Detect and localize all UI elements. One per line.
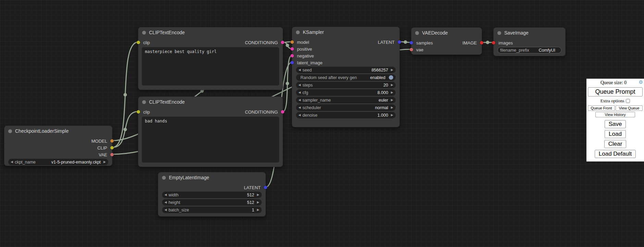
increment-arrow-icon[interactable]: ▶ [391,83,393,87]
latent-image-input-dot[interactable] [290,61,294,64]
node-titlebar[interactable]: EmptyLatentImage [158,172,265,183]
widget-value: ComfyUI [538,48,559,53]
node-titlebar[interactable]: KSampler [292,27,399,37]
decrement-arrow-icon[interactable]: ◀ [298,83,301,87]
scheduler-widget[interactable]: ◀ scheduler normal ▶ [296,104,396,111]
clip-input-dot[interactable] [137,41,140,44]
queue-front-button[interactable]: Queue Front [588,105,615,111]
steps-widget[interactable]: ◀ steps 20 ▶ [296,82,396,88]
vae-output-dot[interactable] [110,153,114,156]
node-clip-text-encode-positive[interactable]: CLIPTextEncode clip CONDITIONING masterp… [138,27,283,90]
node-titlebar[interactable]: SaveImage [494,28,565,38]
cfg-widget[interactable]: ◀ cfg 8.000 ▶ [296,89,396,96]
link-midpoint-dot [404,40,407,44]
images-input-dot[interactable] [492,41,495,44]
widget-value: 20 [383,83,389,88]
clip-output-dot[interactable] [110,146,114,150]
model-output-dot[interactable] [110,139,114,143]
samples-input-dot[interactable] [410,41,413,44]
denoise-widget[interactable]: ◀ denoise 1.000 ▶ [296,112,396,118]
output-slot-clip: CLIP [97,145,107,151]
seed-widget[interactable]: ◀ seed 8566257 ▶ [296,67,396,73]
node-collapse-dot-icon[interactable] [142,100,146,104]
image-output-dot[interactable] [480,41,483,44]
ckpt-name-widget[interactable]: ◀ ckpt_name v1-5-pruned-emaonly.ckpt ▶ [8,159,108,165]
batch-size-widget[interactable]: ◀ batch_size 1 ▶ [162,207,262,213]
decrement-arrow-icon[interactable]: ◀ [11,160,13,164]
random-seed-toggle-widget[interactable]: Random seed after every gen enabled [296,74,396,81]
link-clip-to-negative-encode [112,112,138,147]
latent-output-dot[interactable] [264,186,267,189]
node-collapse-dot-icon[interactable] [8,129,12,133]
node-collapse-dot-icon[interactable] [296,30,300,34]
node-titlebar[interactable]: CheckpointLoaderSimple [4,126,112,136]
view-queue-button[interactable]: View Queue [616,105,643,111]
decrement-arrow-icon[interactable]: ◀ [298,99,301,102]
node-titlebar[interactable]: CLIPTextEncode [138,97,283,107]
node-title: CheckpointLoaderSimple [15,128,69,134]
widget-value: 8.000 [377,90,389,95]
node-checkpoint-loader[interactable]: CheckpointLoaderSimple MODEL CLIP VAE [4,126,112,166]
node-titlebar[interactable]: VAEDecode [411,28,482,38]
toggle-knob-icon[interactable] [389,75,393,80]
vae-input-dot[interactable] [410,48,413,51]
node-ksampler[interactable]: KSampler model LATENT positive [292,27,400,127]
node-collapse-dot-icon[interactable] [497,31,501,35]
queue-prompt-button[interactable]: Queue Prompt [588,87,643,96]
node-collapse-dot-icon[interactable] [415,31,419,35]
decrement-arrow-icon[interactable]: ◀ [298,91,301,94]
output-slot-image: IMAGE [462,40,477,46]
increment-arrow-icon[interactable]: ▶ [257,201,259,204]
latent-output-dot[interactable] [398,40,401,44]
filename-prefix-widget[interactable]: filename_prefix ComfyUI [497,47,561,53]
decrement-arrow-icon[interactable]: ◀ [298,68,301,72]
widget-label: batch_size [169,208,189,212]
node-graph-canvas[interactable]: CheckpointLoaderSimple MODEL CLIP VAE [0,0,644,247]
node-collapse-dot-icon[interactable] [162,176,166,180]
prompt-textarea[interactable]: masterpiece best quality girl [142,47,279,86]
output-slot-latent: LATENT [244,185,261,190]
load-button[interactable]: Load [605,130,626,138]
input-slot-positive: positive [297,47,312,52]
clear-button[interactable]: Clear [604,140,627,148]
node-collapse-dot-icon[interactable] [142,31,146,35]
decrement-arrow-icon[interactable]: ◀ [164,208,167,211]
increment-arrow-icon[interactable]: ▶ [391,106,393,109]
positive-input-dot[interactable] [290,47,294,51]
extra-options-checkbox[interactable] [626,99,630,103]
model-input-dot[interactable] [290,40,294,44]
conditioning-output-dot[interactable] [281,110,284,114]
increment-arrow-icon[interactable]: ▶ [257,208,259,211]
input-slot-vae: vae [416,47,423,52]
increment-arrow-icon[interactable]: ▶ [103,160,106,164]
increment-arrow-icon[interactable]: ▶ [391,99,393,102]
node-save-image[interactable]: SaveImage images filename_prefix ComfyUI [493,27,566,56]
view-history-button[interactable]: View History [595,112,635,117]
clip-input-dot[interactable] [137,110,140,114]
input-slot-latent-image: latent_image [297,60,322,65]
node-titlebar[interactable]: CLIPTextEncode [138,27,283,38]
decrement-arrow-icon[interactable]: ◀ [164,201,167,204]
node-clip-text-encode-negative[interactable]: CLIPTextEncode clip CONDITIONING bad han… [138,96,283,167]
sampler-name-widget[interactable]: ◀ sampler_name euler ▶ [296,97,396,103]
increment-arrow-icon[interactable]: ▶ [391,91,393,94]
height-widget[interactable]: ◀ height 512 ▶ [162,199,262,206]
width-widget[interactable]: ◀ width 512 ▶ [162,192,262,198]
decrement-arrow-icon[interactable]: ◀ [164,193,167,196]
decrement-arrow-icon[interactable]: ◀ [298,114,301,117]
increment-arrow-icon[interactable]: ▶ [257,193,259,196]
settings-gear-icon[interactable]: ⚙ [639,79,643,85]
prompt-textarea[interactable]: bad hands [142,117,279,162]
increment-arrow-icon[interactable]: ▶ [391,68,393,72]
increment-arrow-icon[interactable]: ▶ [391,114,393,117]
conditioning-output-dot[interactable] [281,41,284,44]
widget-label: height [169,200,180,205]
output-slot-vae: VAE [99,152,107,157]
node-vae-decode[interactable]: VAEDecode samples IMAGE vae [411,27,482,55]
decrement-arrow-icon[interactable]: ◀ [298,106,301,109]
node-empty-latent-image[interactable]: EmptyLatentImage LATENT ◀ width 512 ▶ ◀ … [158,172,266,217]
save-button[interactable]: Save [605,120,626,128]
load-default-button[interactable]: Load Default [595,150,636,158]
negative-input-dot[interactable] [290,54,294,57]
widget-value: 512 [247,200,255,205]
